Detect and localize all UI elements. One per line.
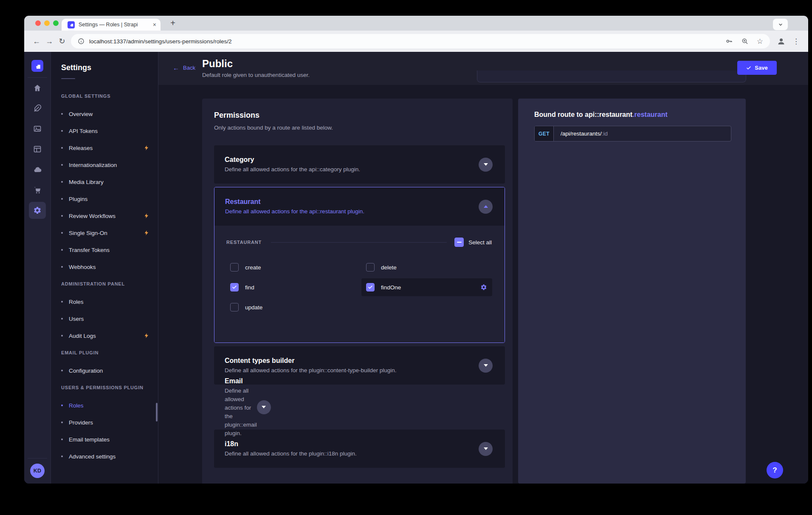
tab-search-chevron-button[interactable] <box>773 19 788 30</box>
http-method-badge: GET <box>535 126 554 141</box>
sidebar-title: Settings <box>61 63 148 72</box>
browser-reload-button[interactable]: ↻ <box>56 35 68 48</box>
check-icon <box>368 285 373 290</box>
sidebar-item-transfer-tokens[interactable]: Transfer Tokens <box>51 241 158 258</box>
findone-checkbox[interactable] <box>366 283 375 291</box>
permissions-subtitle: Only actions bound by a route are listed… <box>214 124 505 132</box>
sidebar-item-single-sign-on[interactable]: Single Sign-On <box>51 224 158 241</box>
browser-tab[interactable]: Settings — Roles | Strapi × <box>62 19 161 31</box>
sidebar-item-advanced-settings[interactable]: Advanced settings <box>51 448 158 465</box>
new-tab-button[interactable]: + <box>167 17 179 29</box>
permission-delete[interactable]: delete <box>361 258 492 276</box>
route-path-param: :id <box>602 130 608 137</box>
premium-lightning-icon <box>144 230 149 236</box>
nav-marketplace-cart-icon[interactable] <box>24 180 51 200</box>
zoom-window-button[interactable] <box>53 20 59 26</box>
sidebar-item-review-workflows[interactable]: Review Workflows <box>51 207 158 224</box>
bullet-icon <box>61 370 63 371</box>
minimize-window-button[interactable] <box>44 20 50 26</box>
sidebar-item-releases[interactable]: Releases <box>51 139 158 156</box>
permission-label: create <box>245 264 261 271</box>
info-icon[interactable] <box>78 38 85 45</box>
accordion-i18n[interactable]: i18n Define all allowed actions for the … <box>214 430 505 468</box>
sidebar-item-overview[interactable]: Overview <box>51 105 158 122</box>
sidebar-item-label: Overview <box>69 111 93 117</box>
browser-tab-strip: Settings — Roles | Strapi × + <box>24 16 808 31</box>
update-checkbox[interactable] <box>230 303 239 311</box>
strapi-admin-app: KD Settings GLOBAL SETTINGS Overview API… <box>24 52 808 484</box>
profile-avatar-icon[interactable] <box>777 37 786 46</box>
url-text[interactable]: localhost:1337/admin/settings/users-perm… <box>89 38 231 45</box>
password-key-icon[interactable] <box>725 37 733 45</box>
sidebar-item-providers[interactable]: Providers <box>51 414 158 431</box>
address-bar[interactable]: localhost:1337/admin/settings/users-perm… <box>71 34 770 48</box>
find-checkbox[interactable] <box>230 283 239 291</box>
sidebar-item-plugins[interactable]: Plugins <box>51 190 158 207</box>
browser-forward-button[interactable]: → <box>43 35 56 48</box>
nav-home-icon[interactable] <box>24 78 51 98</box>
browser-menu-icon[interactable]: ⋮ <box>792 37 800 46</box>
caret-down-icon <box>262 406 266 408</box>
traffic-lights <box>35 20 59 26</box>
route-path: /api/restaurants/:id <box>554 126 608 141</box>
accordion-email[interactable]: Email Define all allowed actions for the… <box>214 388 237 426</box>
premium-lightning-icon <box>144 333 149 339</box>
select-all-checkbox[interactable] <box>454 238 464 247</box>
bullet-icon <box>61 456 63 457</box>
expand-toggle-button[interactable] <box>479 359 493 373</box>
close-window-button[interactable] <box>35 20 41 26</box>
sidebar-item-up-roles[interactable]: Roles <box>51 397 158 414</box>
expand-toggle-button[interactable] <box>257 400 271 414</box>
accordion-content-types-builder[interactable]: Content types builder Define all allowed… <box>214 346 505 385</box>
sidebar-item-media-library[interactable]: Media Library <box>51 173 158 190</box>
collapse-toggle-button[interactable] <box>479 200 493 214</box>
bookmark-star-icon[interactable]: ☆ <box>757 38 763 45</box>
user-avatar[interactable]: KD <box>30 464 45 478</box>
strapi-logo[interactable] <box>31 60 43 72</box>
bullet-icon <box>61 147 63 149</box>
accordion-category[interactable]: Category Define all allowed actions for … <box>214 145 505 184</box>
permission-settings-gear-icon[interactable] <box>480 284 487 291</box>
sidebar-item-configuration[interactable]: Configuration <box>51 362 158 379</box>
delete-checkbox[interactable] <box>366 263 375 272</box>
back-link[interactable]: ← Back <box>173 65 195 71</box>
sidebar-item-webhooks[interactable]: Webhooks <box>51 258 158 275</box>
create-checkbox[interactable] <box>230 263 239 272</box>
sidebar-item-internationalization[interactable]: Internationalization <box>51 156 158 173</box>
route-display: GET /api/restaurants/:id <box>534 126 731 141</box>
sidebar-item-label: Providers <box>69 419 93 426</box>
route-path-base: /api/restaurants/ <box>561 130 602 137</box>
nav-media-library-icon[interactable] <box>24 119 51 139</box>
save-button[interactable]: Save <box>737 61 777 75</box>
sidebar-item-email-templates[interactable]: Email templates <box>51 431 158 448</box>
accordion-restaurant-header[interactable]: Restaurant Define all allowed actions fo… <box>214 187 505 226</box>
caret-up-icon <box>484 205 488 208</box>
select-all-control[interactable]: Select all <box>454 238 492 247</box>
premium-lightning-icon <box>144 145 149 151</box>
sidebar-item-admin-users[interactable]: Users <box>51 310 158 327</box>
sidebar-item-admin-roles[interactable]: Roles <box>51 293 158 310</box>
tab-title: Settings — Roles | Strapi <box>79 22 150 28</box>
page-title: Public <box>202 58 310 70</box>
sidebar-item-audit-logs[interactable]: Audit Logs <box>51 327 158 344</box>
tab-close-icon[interactable]: × <box>153 21 156 28</box>
nav-content-type-builder-icon[interactable] <box>24 139 51 159</box>
zoom-page-icon[interactable] <box>741 37 749 45</box>
sidebar-item-label: Configuration <box>69 368 103 374</box>
sidebar-item-label: Plugins <box>69 196 87 202</box>
nav-content-manager-icon[interactable] <box>24 98 51 119</box>
permission-find[interactable]: find <box>226 278 361 296</box>
nav-settings-icon[interactable] <box>24 200 51 221</box>
expand-toggle-button[interactable] <box>479 158 493 172</box>
expand-toggle-button[interactable] <box>479 442 493 456</box>
save-label: Save <box>755 65 767 71</box>
sidebar-item-api-tokens[interactable]: API Tokens <box>51 122 158 139</box>
browser-back-button[interactable]: ← <box>30 35 43 48</box>
bullet-icon <box>61 318 63 320</box>
sidebar-scrollbar-thumb[interactable] <box>156 403 158 422</box>
nav-deploy-cloud-icon[interactable] <box>24 159 51 180</box>
permission-findone[interactable]: findOne <box>361 278 492 296</box>
permission-create[interactable]: create <box>226 258 361 276</box>
help-button[interactable]: ? <box>767 462 783 478</box>
permission-update[interactable]: update <box>226 298 361 316</box>
